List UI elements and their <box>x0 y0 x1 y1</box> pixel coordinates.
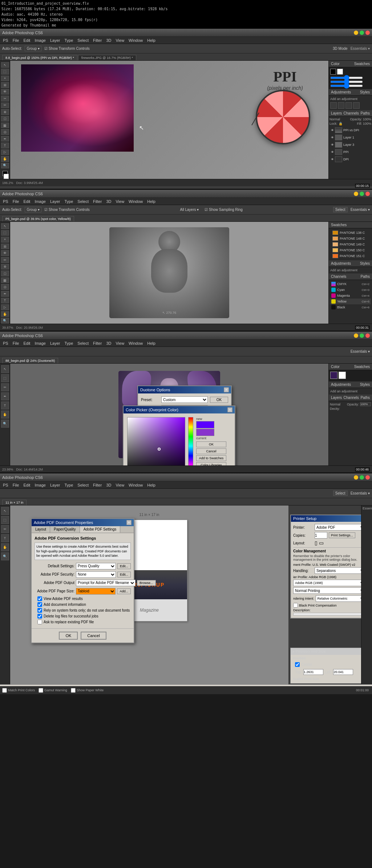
menu2-file[interactable]: File <box>13 199 19 204</box>
cp-hue-bar[interactable] <box>188 417 193 465</box>
menu3-ps[interactable]: PS <box>3 341 8 345</box>
menu-3d[interactable]: 3D <box>106 38 111 43</box>
menu2-window[interactable]: Window <box>129 199 143 204</box>
browse-btn[interactable]: Browse... <box>137 580 156 586</box>
cp-cancel[interactable]: Cancel <box>196 448 226 454</box>
print-settings-btn[interactable]: Print Settings... <box>329 532 355 538</box>
menu4-help[interactable]: Help <box>147 483 155 487</box>
tool-lasso[interactable]: ⌖ <box>1 76 9 81</box>
add-btn[interactable]: Add... <box>117 588 131 594</box>
check-docinfo[interactable] <box>37 602 42 607</box>
tool4-move[interactable]: ↖ <box>1 507 9 515</box>
bg-color[interactable] <box>4 174 9 179</box>
tool3-zoom[interactable]: 🔍 <box>1 420 9 428</box>
tool-zoom[interactable]: 🔍 <box>1 163 9 168</box>
swatch-148[interactable]: PANTONE 148 C <box>330 236 371 241</box>
handling-select[interactable]: Separations <box>315 567 365 574</box>
menu3-select[interactable]: Select <box>77 341 89 345</box>
layer-ppi-vs-dpi[interactable]: 👁 PPI vs DPI <box>329 127 371 134</box>
menu-layer[interactable]: Layer <box>50 38 60 43</box>
tab-ppi-dpi[interactable]: 8.8_begin.psd @ 150% (PPI vs DPI, RGB/8#… <box>2 55 77 60</box>
adj-icon-2[interactable] <box>338 102 344 109</box>
menu4-3d[interactable]: 3D <box>106 483 111 487</box>
gamut-warning-check[interactable] <box>39 688 43 693</box>
printer-profile-select[interactable]: Adobe RGB (1998) <box>293 580 365 586</box>
menu-view[interactable]: View <box>116 38 124 43</box>
menu4-layer[interactable]: Layer <box>50 483 60 487</box>
tab-spot-color[interactable]: P5_begin.psd @ 39.9% (spot color, Yellow… <box>2 216 74 221</box>
menu2-edit[interactable]: Edit <box>23 199 30 204</box>
maximize-btn-3[interactable] <box>360 333 364 338</box>
duotone-close[interactable]: × <box>224 387 229 392</box>
menu2-select[interactable]: Select <box>77 199 89 204</box>
tool4-select[interactable]: ⬚ <box>1 516 9 524</box>
menu2-ps[interactable]: PS <box>3 199 8 204</box>
menu2-type[interactable]: Type <box>65 199 73 204</box>
menu4-window[interactable]: Window <box>129 483 143 487</box>
swatch-150[interactable]: PANTONE 150 C <box>330 247 371 253</box>
menu-image[interactable]: Image <box>35 38 46 43</box>
printer-select[interactable]: Adobe PDF <box>315 524 365 531</box>
menu-ps[interactable]: PS <box>3 38 8 43</box>
maximize-btn-2[interactable] <box>360 192 364 196</box>
tool4-hand[interactable]: ✋ <box>1 543 9 551</box>
menu3-window[interactable]: Window <box>129 341 143 345</box>
tool2-dodge[interactable]: ◎ <box>1 284 9 290</box>
tool-eye[interactable]: 👁 <box>1 89 9 95</box>
tool2-hand[interactable]: ✋ <box>1 311 9 317</box>
swatch-138[interactable]: PANTONE 138 C <box>330 230 371 236</box>
bg-color-3[interactable] <box>339 372 346 379</box>
menu2-view[interactable]: View <box>116 199 124 204</box>
edit-btn-1[interactable]: Edit... <box>117 563 131 569</box>
tool-gradient[interactable]: ▦ <box>1 123 9 128</box>
menu2-layer[interactable]: Layer <box>50 199 60 204</box>
layer-cyan[interactable]: CyanCtrl+3 <box>330 287 371 293</box>
menu4-ps[interactable]: PS <box>3 483 8 487</box>
tool3-hand[interactable]: ✋ <box>1 411 9 419</box>
tool2-lasso[interactable]: ⌖ <box>1 237 9 243</box>
tool2-eraser[interactable]: ◻ <box>1 271 9 276</box>
menu4-image[interactable]: Image <box>35 483 46 487</box>
close-btn-2[interactable] <box>365 192 370 196</box>
opacity-3[interactable] <box>360 402 371 406</box>
copies-input[interactable] <box>315 532 327 539</box>
tool-brush[interactable]: ✏ <box>1 103 9 108</box>
menu-window[interactable]: Window <box>129 38 143 43</box>
tool2-move[interactable]: ↖ <box>1 223 9 229</box>
menu-file[interactable]: File <box>13 38 19 43</box>
menu3-help[interactable]: Help <box>147 341 155 345</box>
tool2-shape[interactable]: ▷ <box>1 304 9 310</box>
tab-fireworks[interactable]: fireworks.JPG @ 16.7% (RGB/8#) * <box>78 55 136 60</box>
tool4-zoom[interactable]: 🔍 <box>1 552 9 560</box>
cp-close[interactable]: × <box>227 407 232 412</box>
menu3-image[interactable]: Image <box>35 341 46 345</box>
minimize-btn-3[interactable] <box>354 333 358 338</box>
preset-select[interactable]: Custom <box>161 396 208 403</box>
layer-magenta[interactable]: MagentaCtrl+4 <box>330 293 371 299</box>
tool2-type[interactable]: T <box>1 298 9 304</box>
match-colors-check[interactable] <box>2 688 7 693</box>
layer-ppi[interactable]: 👁 PPI <box>329 148 371 156</box>
tool4-type[interactable]: T <box>1 534 9 542</box>
security-select[interactable]: None <box>76 571 116 578</box>
tool2-eye[interactable]: 👁 <box>1 250 9 256</box>
page-size-select[interactable]: Tabloid <box>76 588 116 595</box>
tool2-zoom[interactable]: 🔍 <box>1 318 9 324</box>
tool-hand[interactable]: ✋ <box>1 156 9 161</box>
tool2-crop[interactable]: ⊞ <box>1 244 9 249</box>
pdf-tab-layout[interactable]: Layout <box>32 526 50 533</box>
menu-filter[interactable]: Filter <box>93 38 102 43</box>
tool-patch[interactable]: ✂ <box>1 96 9 101</box>
tab-duotone[interactable]: 88_begin.psd @ 24% (Duotone/8) <box>2 358 58 363</box>
top-input[interactable] <box>303 669 323 675</box>
pdf-ok-btn[interactable]: OK <box>59 632 78 640</box>
check-replace[interactable] <box>37 620 42 624</box>
pdf-close[interactable]: × <box>126 520 132 525</box>
check-sysfonts[interactable] <box>37 608 42 613</box>
tool-stamp[interactable]: ⊕ <box>1 109 9 115</box>
swatch-149[interactable]: PANTONE 149 C <box>330 241 371 247</box>
tool-type[interactable]: T <box>1 143 9 148</box>
cp-color-libraries[interactable]: Color Libraries <box>196 462 226 465</box>
select-label-4[interactable]: Select <box>333 491 348 496</box>
tool-shape[interactable]: ▷ <box>1 149 9 155</box>
